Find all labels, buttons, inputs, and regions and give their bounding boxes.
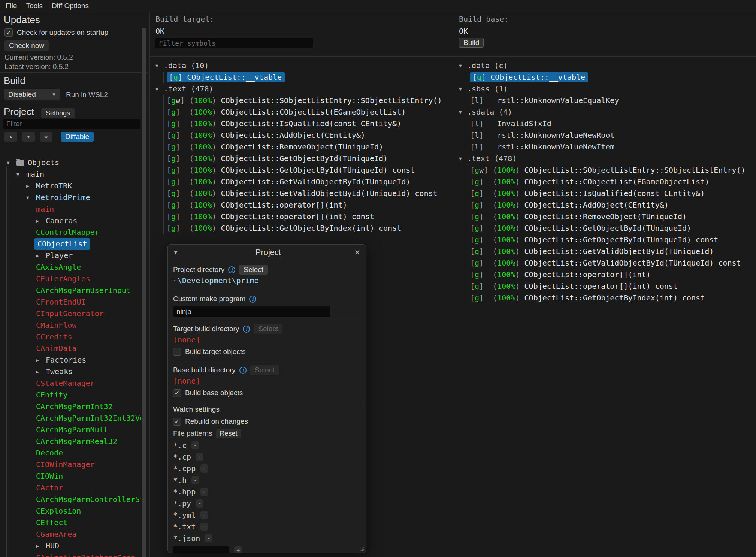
symbol-row[interactable]: [l] InvalidSfxId [467,118,755,130]
tree-item-ciowin[interactable]: CIOWin [0,470,141,482]
tree-item-metroidprime[interactable]: ▼MetroidPrime [0,192,141,203]
chevron-down-icon[interactable]: ▼ [16,169,26,180]
symbol-row[interactable]: [g] (100%) CObjectList::GetObjectById(TU… [164,153,453,164]
symbol-row[interactable]: [g] (100%) CObjectList::RemoveObject(TUn… [164,141,453,153]
new-pattern-input[interactable] [173,546,229,553]
tree-item-cactor[interactable]: CActor [0,482,141,494]
build-button[interactable]: Build [459,38,484,48]
chevron-down-icon[interactable]: ▼ [7,157,16,169]
symbol-row[interactable]: [l] rstl::kUnknownValueNewItem [467,141,755,153]
section-header-text[interactable]: ▼.text (478) [459,153,755,164]
symbol-row[interactable]: [g] (100%) CObjectList::GetValidObjectBy… [164,188,453,199]
custom-make-input[interactable]: ninja [173,306,330,317]
collapse-dialog-icon[interactable]: ▼ [173,249,184,255]
tree-item-ciowinmanager[interactable]: CIOWinManager [0,459,141,470]
close-icon[interactable]: ✕ [352,248,360,257]
panel-divider[interactable] [149,12,150,557]
tree-item-main[interactable]: main [0,203,141,215]
resize-grip-icon[interactable] [359,545,365,551]
symbol-row[interactable]: [g] (100%) CObjectList::GetObjectByIndex… [467,292,755,304]
symbol-row[interactable]: [l] rstl::kUnknownValueNewRoot [467,130,755,141]
remove-pattern-button[interactable]: - [200,464,208,473]
remove-pattern-button[interactable]: - [200,523,208,531]
symbol-row[interactable]: [g] CObjectList::__vtable [467,72,755,83]
tree-item-cameras[interactable]: ▶Cameras [0,215,141,227]
tree-item-carchmsgparmcontrollerstate[interactable]: CArchMsgParmControllerState [0,494,141,505]
add-pattern-button[interactable]: + [234,546,242,553]
sidebar-vertical-scrollbar[interactable] [142,28,146,557]
tree-item-cgamearea[interactable]: CGameArea [0,529,141,540]
tree-item-ccredits[interactable]: CCredits [0,331,141,343]
selected-symbol[interactable]: [g] CObjectList::__vtable [470,72,588,82]
tree-item-ceffect[interactable]: CEffect [0,517,141,529]
symbol-row[interactable]: [g] (100%) CObjectList::RemoveObject(TUn… [467,211,755,223]
symbol-row[interactable]: [g] (100%) CObjectList::CObjectList(EGam… [164,106,453,118]
chevron-down-icon[interactable]: ▼ [459,60,467,72]
chevron-down-icon[interactable]: ▼ [155,83,164,95]
chevron-right-icon[interactable]: ▶ [36,250,46,261]
symbol-row[interactable]: [g] (100%) CObjectList::IsQualified(cons… [164,118,453,130]
chevron-down-icon[interactable]: ▼ [459,153,467,164]
symbol-row[interactable]: [g] (100%) CObjectList::AddObject(CEntit… [467,199,755,211]
remove-pattern-button[interactable]: - [200,488,208,496]
symbol-row[interactable]: [g] (100%) CObjectList::CObjectList(EGam… [467,176,755,188]
tree-item-objects[interactable]: ▼Objects [0,157,141,169]
check-updates-checkbox[interactable]: ✓ [4,28,13,37]
selected-symbol[interactable]: [g] CObjectList::__vtable [167,72,285,82]
section-header-data[interactable]: ▼.data (10) [155,60,453,72]
tree-item-tweaks[interactable]: ▶Tweaks [0,366,141,378]
tree-item-hud[interactable]: ▶HUD [0,540,141,552]
remove-pattern-button[interactable]: - [191,441,199,449]
tree-item-ceulerangles[interactable]: CEulerAngles [0,273,141,285]
chevron-right-icon[interactable]: ▶ [36,366,46,378]
symbol-row[interactable]: [g] (100%) CObjectList::operator[](int) [467,269,755,281]
project-settings-button[interactable]: Settings [41,108,75,118]
remove-pattern-button[interactable]: - [200,511,208,519]
tree-item-carchmsgparmuserinput[interactable]: CArchMsgParmUserInput [0,285,141,296]
symbol-row[interactable]: [gw] (100%) CObjectList::SObjectListEntr… [164,95,453,106]
symbol-row[interactable]: [g] (100%) CObjectList::IsQualified(cons… [467,188,755,199]
tree-item-decode[interactable]: Decode [0,447,141,459]
chevron-down-icon[interactable]: ▼ [459,83,467,95]
project-filter-input[interactable]: Filter [3,119,140,129]
symbol-row[interactable]: [g] (100%) CObjectList::GetObjectById(TU… [164,164,453,176]
symbol-row[interactable]: [g] CObjectList::__vtable [164,72,453,83]
select-base-dir-button[interactable]: Select [250,365,279,375]
menu-item-diff-options[interactable]: Diff Options [52,2,89,10]
tree-item-factories[interactable]: ▶Factories [0,354,141,366]
collapse-all-button[interactable]: ▲ [4,132,17,142]
remove-pattern-button[interactable]: - [196,453,203,461]
tree-item-cfrontendui[interactable]: CFrontEndUI [0,296,141,308]
tree-item-carchmsgparmint32[interactable]: CArchMsgParmInt32 [0,401,141,412]
tree-item-cinputgenerator[interactable]: CInputGenerator [0,308,141,320]
chevron-right-icon[interactable]: ▶ [36,354,46,366]
tree-item-cmainflow[interactable]: CMainFlow [0,320,141,331]
symbol-row[interactable]: [g] (100%) CObjectList::GetObjectById(TU… [467,223,755,234]
chevron-down-icon[interactable]: ▼ [26,192,36,203]
rebuild-on-changes-checkbox[interactable]: ✓ [173,418,181,426]
symbol-row[interactable]: [g] (100%) CObjectList::GetValidObjectBy… [467,257,755,269]
check-now-button[interactable]: Check now [4,40,49,51]
symbol-row[interactable]: [g] (100%) CObjectList::GetValidObjectBy… [164,176,453,188]
tree-item-player[interactable]: ▶Player [0,250,141,261]
remove-pattern-button[interactable]: - [191,476,199,484]
tree-item-canimationdatabasegame[interactable]: CAnimationDatabaseGame [0,552,141,557]
menu-item-file[interactable]: File [6,2,17,10]
remove-pattern-button[interactable]: - [196,499,203,508]
tree-item-cobjectlist[interactable]: CObjectList [0,238,141,250]
tree-item-carchmsgparmnull[interactable]: CArchMsgParmNull [0,424,141,436]
symbol-row[interactable]: [g] (100%) CObjectList::AddObject(CEntit… [164,130,453,141]
symbol-row[interactable]: [gw] (100%) CObjectList::SObjectListEntr… [467,164,755,176]
symbol-row[interactable]: [g] (100%) CObjectList::operator[](int) … [164,211,453,223]
section-header-text[interactable]: ▼.text (478) [155,83,453,95]
chevron-right-icon[interactable]: ▶ [36,540,46,552]
chevron-right-icon[interactable]: ▶ [36,215,46,227]
symbol-row[interactable]: [g] (100%) CObjectList::operator[](int) … [467,281,755,292]
section-header-sbss[interactable]: ▼.sbss (1) [459,83,755,95]
tree-item-carchmsgparmint32int32voidptr[interactable]: CArchMsgParmInt32Int32VoidPtr [0,412,141,424]
tree-item-caxisangle[interactable]: CAxisAngle [0,261,141,273]
project-dialog-titlebar[interactable]: ▼ Project ✕ [168,245,366,260]
tree-item-main[interactable]: ▼main [0,169,141,180]
section-header-data[interactable]: ▼.data (c) [459,60,755,72]
chevron-down-icon[interactable]: ▼ [459,106,467,118]
